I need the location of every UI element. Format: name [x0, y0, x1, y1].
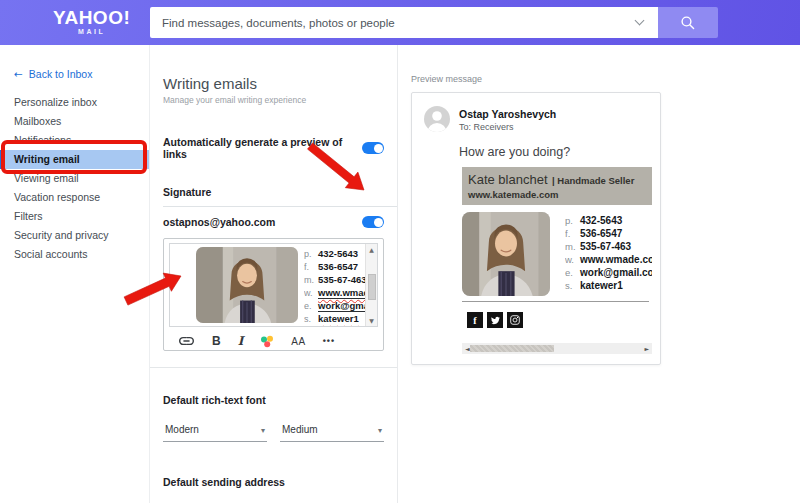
divider — [462, 301, 649, 302]
contact-value: 432-5643 — [580, 215, 622, 226]
contact-label: f. — [565, 228, 580, 239]
signature-contact-row: s. katewer1 — [565, 279, 652, 292]
social-icons-row: f — [467, 312, 652, 328]
signature-contact-row: w. www.wmad — [304, 286, 369, 299]
signature-name-block: Kate blanchet | Handmade Seller www.kate… — [462, 167, 652, 205]
sending-address-heading: Default sending address — [163, 476, 384, 488]
preview-links-toggle[interactable] — [362, 142, 384, 154]
font-family-dropdown[interactable]: Modern ▾ — [163, 418, 267, 442]
font-size-dropdown[interactable]: Medium ▾ — [280, 418, 384, 442]
contact-value: www.wmad — [318, 287, 369, 299]
scroll-up-icon[interactable]: ▲ — [366, 246, 377, 253]
more-options-button[interactable]: ••• — [323, 336, 335, 346]
sidebar-item-label: Vacation response — [14, 191, 100, 203]
twitter-icon — [487, 312, 503, 328]
sidebar-item-label: Writing email — [14, 153, 80, 165]
contact-label: e. — [304, 301, 318, 311]
italic-button[interactable]: I — [238, 334, 244, 348]
toggle-knob — [374, 144, 383, 153]
preview-links-label: Automatically generate a preview of link… — [163, 136, 362, 160]
font-family-value: Modern — [165, 424, 199, 435]
signature-account-label: ostapnos@yahoo.com — [163, 216, 275, 228]
sidebar-item-security-and-privacy[interactable]: Security and privacy — [0, 226, 149, 245]
divider — [150, 367, 397, 368]
signature-contact-list: p. 432-5643 f. 536-6547 m. 535-67-463 w.… — [304, 244, 369, 326]
search-button[interactable] — [658, 7, 718, 38]
page-title: Writing emails — [163, 75, 384, 92]
sidebar-item-filters[interactable]: Filters — [0, 207, 149, 226]
contact-label: s. — [304, 314, 318, 324]
sender-avatar — [424, 106, 450, 132]
message-body: How are you doing? — [459, 145, 648, 159]
contact-value: 536-6547 — [318, 261, 358, 272]
signature-contact-row: s. katewer1 — [304, 312, 369, 325]
sidebar-item-mailboxes[interactable]: Mailboxes — [0, 112, 149, 131]
signature-photo — [196, 247, 298, 323]
preview-panel: Preview message Ostap Yaroshevych To: Re… — [399, 45, 800, 503]
preview-horizontal-scrollbar[interactable]: ◄ ► — [462, 343, 652, 354]
contact-value: 535-67-463 — [580, 241, 631, 252]
signature-heading: Signature — [163, 186, 384, 198]
signature-editor[interactable]: p. 432-5643 f. 536-6547 m. 535-67-463 w.… — [163, 238, 384, 351]
search-bar — [150, 7, 658, 38]
divider — [163, 206, 397, 207]
editor-scrollbar[interactable]: ▲ ▼ — [365, 244, 377, 326]
contact-value: work@gma — [318, 300, 369, 312]
font-size-button[interactable]: AA — [291, 336, 305, 347]
sidebar-item-writing-email[interactable]: Writing email — [0, 150, 149, 169]
link-icon — [178, 335, 195, 347]
sidebar-item-list: Personalize inbox Mailboxes Notification… — [0, 93, 149, 264]
preview-heading: Preview message — [411, 74, 800, 84]
logo-subtitle: MAIL — [53, 28, 130, 35]
contact-label: f. — [304, 262, 318, 272]
writing-emails-panel: Writing emails Manage your email writing… — [150, 45, 398, 503]
signature-account-row: ostapnos@yahoo.com — [163, 216, 384, 228]
sidebar-item-social-accounts[interactable]: Social accounts — [0, 245, 149, 264]
signature-editor-content[interactable]: p. 432-5643 f. 536-6547 m. 535-67-463 w.… — [169, 243, 378, 327]
signature-contact-row: w. www.wmade.com — [565, 253, 652, 266]
search-icon — [680, 15, 696, 31]
editor-toolbar: B I AA ••• — [169, 327, 378, 348]
facebook-icon: f — [467, 312, 483, 328]
back-to-inbox-link[interactable]: ←Back to Inbox — [14, 68, 149, 80]
contact-label: w. — [304, 288, 318, 298]
sidebar-item-label: Personalize inbox — [14, 96, 97, 108]
signature-body: p. 432-5643 f. 536-6547 m. 535-67-463 w.… — [462, 212, 652, 296]
contact-label: m. — [565, 241, 580, 252]
insert-link-button[interactable] — [178, 335, 195, 347]
sidebar-item-label: Mailboxes — [14, 115, 61, 127]
yahoo-mail-logo[interactable]: YAHOO! MAIL — [53, 7, 130, 35]
scrollbar-thumb[interactable] — [368, 274, 376, 300]
bold-button[interactable]: B — [212, 334, 221, 348]
contact-label: w. — [565, 254, 580, 265]
contact-label: s. — [565, 280, 580, 291]
preview-message-header: Ostap Yaroshevych To: Receivers — [424, 106, 648, 132]
scroll-left-icon[interactable]: ◄ — [465, 345, 470, 352]
toggle-knob — [374, 218, 383, 227]
logo-title: YAHOO! — [53, 7, 130, 29]
sidebar-item-label: Social accounts — [14, 248, 88, 260]
chevron-down-icon[interactable] — [635, 16, 645, 26]
scrollbar-thumb[interactable] — [470, 345, 554, 352]
signature-contact-row: p. 432-5643 — [304, 247, 369, 260]
signature-contact-list: p. 432-5643 f. 536-6547 m. 535-67-463 w.… — [565, 212, 652, 296]
scroll-down-icon[interactable]: ▼ — [366, 317, 377, 324]
sidebar-item-notifications[interactable]: Notifications — [0, 131, 149, 150]
scroll-right-icon[interactable]: ► — [644, 345, 649, 352]
sidebar-item-label: Filters — [14, 210, 43, 222]
sidebar-item-vacation-response[interactable]: Vacation response — [0, 188, 149, 207]
signature-contact-row: e. work@gma — [304, 299, 369, 312]
contact-label: m. — [304, 275, 318, 285]
contact-value: 535-67-463 — [318, 274, 367, 285]
signature-preview: Kate blanchet | Handmade Seller www.kate… — [462, 167, 652, 354]
sidebar-item-viewing-email[interactable]: Viewing email — [0, 169, 149, 188]
text-color-button[interactable] — [260, 335, 274, 348]
sidebar-item-personalize-inbox[interactable]: Personalize inbox — [0, 93, 149, 112]
sidebar-item-label: Viewing email — [14, 172, 79, 184]
header: YAHOO! MAIL — [0, 0, 800, 45]
search-input[interactable] — [150, 17, 636, 29]
contact-value: 432-5643 — [318, 248, 358, 259]
signature-toggle[interactable] — [362, 216, 384, 228]
chevron-down-icon: ▾ — [261, 426, 265, 435]
sidebar-item-label: Notifications — [14, 134, 71, 146]
